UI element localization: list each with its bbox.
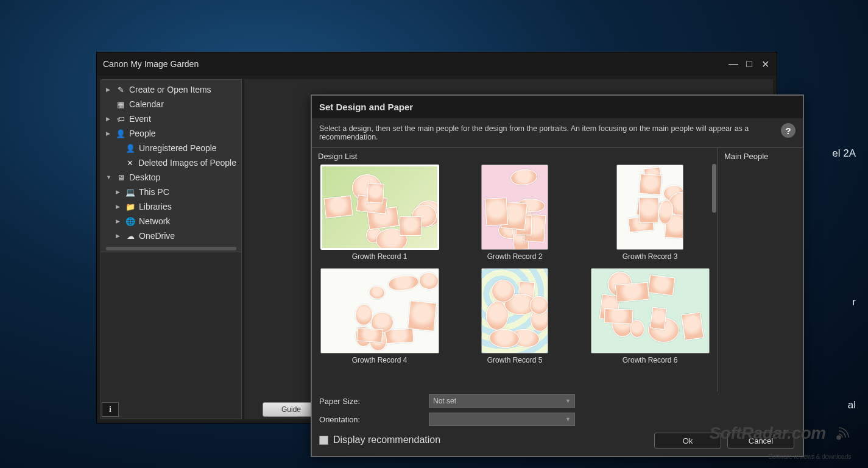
- design-label: Growth Record 4: [352, 356, 408, 364]
- tree-item-label: Network: [139, 216, 170, 226]
- sidebar-item[interactable]: ▶✎Create or Open Items: [101, 82, 241, 97]
- tree-item-label: OneDrive: [139, 231, 175, 241]
- paper-size-label: Paper Size:: [319, 397, 423, 406]
- window-controls: — □ ✕: [728, 58, 771, 70]
- tree-item-icon: ✎: [116, 85, 125, 94]
- design-item[interactable]: Growth Record 1: [318, 165, 441, 261]
- sidebar-item[interactable]: ▦Calendar: [101, 97, 241, 112]
- expand-arrow-icon: ▶: [106, 130, 112, 136]
- expand-arrow-icon: ▶: [116, 233, 122, 239]
- sidebar-item[interactable]: ▶👤People: [101, 126, 241, 141]
- design-item[interactable]: Growth Record 6: [588, 268, 711, 364]
- tree-item-icon: 💻: [125, 187, 135, 197]
- design-list-panel: Design List Growth Record 1Growth Record…: [312, 148, 718, 392]
- expand-arrow-icon: ▼: [106, 174, 112, 180]
- minimize-button[interactable]: —: [728, 58, 739, 70]
- help-icon[interactable]: ?: [781, 123, 796, 138]
- tree-item-icon: 🖥: [116, 172, 125, 182]
- design-item[interactable]: Growth Record 4: [318, 268, 441, 364]
- svg-point-0: [837, 436, 841, 439]
- design-label: Growth Record 3: [623, 252, 678, 261]
- main-people-panel: Main People: [718, 148, 803, 392]
- display-recommendation-checkbox[interactable]: [319, 436, 328, 445]
- sidebar-item[interactable]: 👤Unregistered People: [101, 141, 241, 155]
- sidebar-item[interactable]: ▶📁Libraries: [101, 199, 241, 214]
- background-text: el 2A: [832, 147, 856, 160]
- sidebar-item[interactable]: ▶💻This PC: [101, 185, 241, 199]
- tree-item-label: Deleted Images of People: [138, 158, 236, 168]
- sidebar-item[interactable]: ▶☁OneDrive: [101, 229, 241, 243]
- sidebar-scrollbar[interactable]: [106, 247, 236, 250]
- design-thumbnail: [481, 165, 548, 250]
- design-item[interactable]: Growth Record 3: [588, 165, 711, 261]
- tree-item-label: Libraries: [139, 202, 172, 211]
- dialog-description: Select a design, then set the main peopl…: [312, 118, 803, 148]
- tree-item-label: Desktop: [129, 172, 160, 182]
- sidebar: ▶✎Create or Open Items▦Calendar▶🏷Event▶👤…: [101, 79, 242, 419]
- tree-item-label: Unregistered People: [139, 143, 217, 153]
- design-thumbnail: [616, 165, 683, 250]
- maximize-button[interactable]: □: [744, 58, 755, 70]
- design-thumbnail: [481, 268, 548, 353]
- tree-item-icon: 👤: [125, 143, 135, 153]
- design-label: Growth Record 2: [487, 252, 543, 261]
- sidebar-item[interactable]: ▶🌐Network: [101, 214, 241, 229]
- tree-item-label: Calendar: [129, 99, 164, 109]
- sidebar-tree: ▶✎Create or Open Items▦Calendar▶🏷Event▶👤…: [101, 80, 241, 246]
- main-people-label: Main People: [724, 151, 797, 165]
- orientation-select[interactable]: ▼: [429, 413, 575, 426]
- set-design-dialog: Set Design and Paper Select a design, th…: [311, 94, 804, 457]
- display-recommendation-label: Display recommendation: [333, 434, 440, 445]
- design-label: Growth Record 5: [487, 356, 543, 364]
- design-list-label: Design List: [318, 151, 711, 165]
- design-item[interactable]: Growth Record 5: [453, 268, 576, 364]
- cancel-button[interactable]: Cancel: [727, 433, 794, 448]
- satellite-icon: [833, 425, 851, 444]
- design-thumbnail: [591, 268, 710, 353]
- expand-arrow-icon: ▶: [106, 116, 112, 122]
- background-text: al: [848, 399, 856, 411]
- tree-item-icon: ✕: [125, 158, 135, 168]
- expand-arrow-icon: ▶: [116, 204, 122, 210]
- tree-item-label: People: [129, 129, 156, 138]
- expand-arrow-icon: ▶: [106, 87, 112, 93]
- tree-item-icon: ▦: [116, 99, 125, 109]
- tree-item-label: Event: [129, 114, 151, 124]
- tree-item-icon: 📁: [125, 202, 135, 211]
- sidebar-item[interactable]: ▼🖥Desktop: [101, 170, 241, 185]
- tree-item-label: This PC: [139, 187, 169, 197]
- background-text: r: [852, 296, 856, 308]
- design-scrollbar[interactable]: [712, 164, 716, 213]
- dialog-title: Set Design and Paper: [312, 96, 803, 118]
- window-title: Canon My Image Garden: [103, 59, 199, 69]
- design-thumbnail: [320, 268, 439, 353]
- sidebar-item[interactable]: ✕Deleted Images of People: [101, 155, 241, 170]
- design-thumbnail: [320, 165, 439, 250]
- design-item[interactable]: Growth Record 2: [453, 165, 576, 261]
- tree-item-icon: 🏷: [116, 114, 125, 124]
- orientation-label: Orientation:: [319, 415, 423, 424]
- chevron-down-icon: ▼: [565, 416, 571, 422]
- titlebar: Canon My Image Garden — □ ✕: [97, 52, 777, 76]
- design-label: Growth Record 6: [623, 356, 678, 364]
- sidebar-item[interactable]: ▶🏷Event: [101, 112, 241, 126]
- tree-item-icon: 👤: [116, 129, 125, 138]
- sidebar-preview-area: [101, 252, 241, 419]
- ok-button[interactable]: Ok: [654, 433, 721, 448]
- tree-item-label: Create or Open Items: [129, 85, 211, 94]
- tree-item-icon: ☁: [125, 231, 135, 241]
- info-button[interactable]: i: [102, 402, 119, 417]
- paper-size-select[interactable]: Not set ▼: [429, 394, 575, 408]
- tree-item-icon: 🌐: [125, 216, 135, 226]
- chevron-down-icon: ▼: [565, 398, 571, 404]
- design-label: Growth Record 1: [352, 252, 408, 261]
- expand-arrow-icon: ▶: [116, 189, 122, 195]
- close-button[interactable]: ✕: [760, 58, 771, 70]
- expand-arrow-icon: ▶: [116, 218, 122, 224]
